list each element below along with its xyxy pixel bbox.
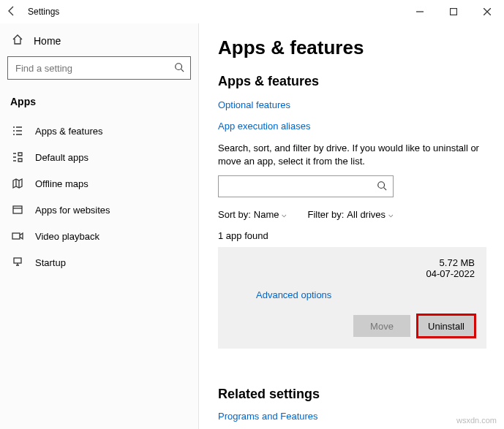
sidebar: Home Apps Apps & features Default apps	[0, 23, 199, 429]
result-count: 1 app found	[218, 230, 486, 241]
chevron-down-icon: ⌵	[388, 210, 394, 219]
move-button: Move	[353, 315, 410, 337]
map-icon	[12, 178, 23, 189]
video-icon	[12, 230, 23, 242]
sort-by-dropdown[interactable]: Sort by: Name ⌵	[218, 209, 287, 220]
sidebar-item-label: Default apps	[35, 152, 89, 163]
sidebar-item-apps-websites[interactable]: Apps for websites	[7, 197, 191, 223]
sort-label: Sort by:	[218, 209, 251, 220]
home-icon	[12, 34, 23, 48]
window-title: Settings	[28, 7, 59, 17]
search-input[interactable]	[15, 63, 174, 74]
sidebar-item-offline-maps[interactable]: Offline maps	[7, 170, 191, 197]
app-execution-aliases-link[interactable]: App execution aliases	[218, 121, 486, 132]
close-button[interactable]	[470, 0, 504, 23]
related-settings-title: Related settings	[218, 387, 486, 402]
chevron-down-icon: ⌵	[282, 210, 287, 219]
svg-rect-3	[12, 233, 20, 239]
app-search-box[interactable]	[218, 175, 394, 197]
sidebar-item-startup[interactable]: Startup	[7, 249, 191, 276]
main-content: Apps & features Apps & features Optional…	[199, 23, 504, 429]
svg-point-5	[378, 182, 385, 189]
uninstall-button[interactable]: Uninstall	[418, 315, 475, 337]
app-list-item[interactable]: 5.72 MB 04-07-2022 Advanced options Move…	[218, 247, 486, 349]
sort-value: Name	[254, 209, 279, 220]
titlebar: Settings	[0, 0, 504, 23]
maximize-button[interactable]	[437, 0, 470, 23]
sidebar-item-apps-features[interactable]: Apps & features	[7, 118, 191, 144]
optional-features-link[interactable]: Optional features	[218, 99, 486, 110]
home-nav[interactable]: Home	[7, 28, 191, 56]
description-text: Search, sort, and filter by drive. If yo…	[218, 142, 486, 168]
sidebar-item-label: Apps for websites	[35, 205, 110, 216]
page-title: Apps & features	[218, 37, 486, 59]
search-box[interactable]	[7, 56, 191, 80]
sidebar-item-label: Offline maps	[35, 178, 89, 189]
filter-value: All drives	[347, 209, 385, 220]
sidebar-item-label: Apps & features	[35, 126, 103, 137]
sidebar-item-video-playback[interactable]: Video playback	[7, 223, 191, 249]
minimize-button[interactable]	[403, 0, 437, 23]
back-icon[interactable]	[6, 5, 18, 19]
sidebar-item-label: Video playback	[35, 231, 99, 242]
section-header: Apps	[7, 93, 191, 118]
watermark: wsxdn.com	[456, 416, 497, 425]
app-size: 5.72 MB	[440, 257, 475, 268]
svg-rect-4	[14, 258, 21, 263]
filter-by-dropdown[interactable]: Filter by: All drives ⌵	[307, 209, 394, 220]
section-title: Apps & features	[218, 74, 486, 89]
websites-icon	[12, 204, 23, 216]
defaults-icon	[12, 151, 23, 163]
sidebar-item-label: Startup	[35, 257, 66, 268]
list-icon	[12, 125, 23, 137]
advanced-options-link[interactable]: Advanced options	[256, 289, 475, 300]
sidebar-item-default-apps[interactable]: Default apps	[7, 144, 191, 170]
home-label: Home	[34, 35, 61, 47]
startup-icon	[12, 257, 23, 268]
search-icon	[174, 62, 184, 75]
search-icon	[377, 181, 387, 193]
svg-point-1	[176, 63, 182, 69]
app-date: 04-07-2022	[426, 268, 475, 279]
programs-features-link[interactable]: Programs and Features	[218, 411, 486, 422]
filter-label: Filter by:	[307, 209, 344, 220]
svg-rect-0	[451, 9, 457, 15]
svg-rect-2	[13, 206, 22, 213]
